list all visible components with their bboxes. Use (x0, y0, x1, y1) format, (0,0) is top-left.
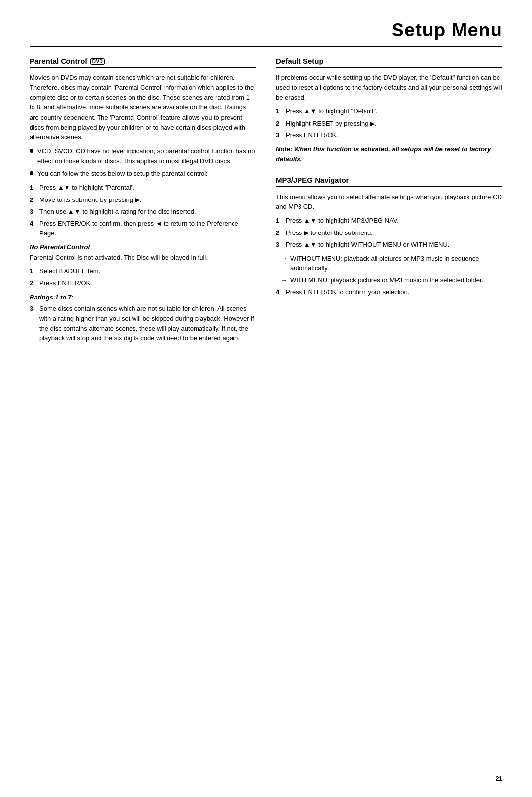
parental-control-section: Parental Control DVD Movies on DVDs may … (30, 57, 256, 343)
option-text: WITH MENU: playback pictures or MP3 musi… (290, 275, 483, 285)
mp3-jpeg-section: MP3/JPEG Navigator This menu allows you … (276, 176, 502, 297)
parental-control-bullets: VCD, SVCD, CD have no level indication, … (30, 146, 256, 179)
parental-control-steps: 1 Press ▲▼ to highlight "Parental". 2 Mo… (30, 183, 256, 238)
default-setup-heading: Default Setup (276, 57, 502, 68)
bullet-text: You can follow the steps below to setup … (37, 169, 208, 179)
bullet-dot (30, 171, 33, 175)
step-text: Press ENTER/OK. (39, 278, 92, 288)
ratings-section: Ratings 1 to 7: 3 Some discs contain sce… (30, 294, 256, 344)
left-column: Parental Control DVD Movies on DVDs may … (30, 57, 256, 347)
mp3-jpeg-final-step: 4 Press ENTER/OK to confirm your selecti… (276, 287, 502, 297)
arrow-icon: → (281, 275, 287, 285)
list-item: 1 Select 8 ADULT item. (30, 266, 256, 276)
header-divider (30, 46, 502, 47)
parental-control-title: Parental Control (30, 57, 87, 65)
option-text: WITHOUT MENU: playback all pictures or M… (290, 254, 502, 273)
list-item: 2 Press ENTER/OK. (30, 278, 256, 288)
list-item: 3 Some discs contain scenes which are no… (30, 304, 256, 344)
default-setup-note: Note: When this function is activated, a… (276, 144, 502, 164)
mp3-jpeg-intro: This menu allows you to select alternate… (276, 192, 502, 212)
list-item: 1 Press ▲▼ to highlight "Parental". (30, 183, 256, 193)
default-setup-section: Default Setup If problems occur while se… (276, 57, 502, 164)
default-setup-steps: 1 Press ▲▼ to highlight "Default". 2 Hig… (276, 106, 502, 140)
list-item: 3 Press ▲▼ to highlight WITHOUT MENU or … (276, 240, 502, 250)
page: Setup Menu Parental Control DVD Movies o… (0, 0, 532, 797)
list-item: VCD, SVCD, CD have no level indication, … (30, 146, 256, 166)
step-text: Select 8 ADULT item. (39, 266, 100, 276)
ratings-steps: 3 Some discs contain scenes which are no… (30, 304, 256, 344)
mp3-jpeg-steps: 1 Press ▲▼ to highlight MP3/JPEG NAV. 2 … (276, 216, 502, 249)
page-header: Setup Menu (30, 20, 502, 41)
step-text: Highlight RESET by pressing ▶. (286, 119, 377, 129)
page-title: Setup Menu (392, 20, 502, 41)
default-setup-title: Default Setup (276, 57, 324, 65)
default-setup-intro: If problems occur while setting up the D… (276, 73, 502, 102)
step-text: Press ▲▼ to highlight "Default". (286, 106, 378, 116)
arrow-icon: → (281, 254, 287, 264)
bullet-dot (30, 149, 33, 153)
step-text: Press ENTER/OK to confirm your selection… (286, 287, 409, 297)
list-item: 3 Press ENTER/OK. (276, 131, 502, 140)
step-text: Press ▲▼ to highlight WITHOUT MENU or WI… (286, 240, 449, 250)
step-text: Press ▲▼ to highlight "Parental". (39, 183, 135, 193)
mp3-jpeg-heading: MP3/JPEG Navigator (276, 176, 502, 187)
ratings-heading: Ratings 1 to 7: (30, 294, 256, 301)
step-text: Press ▲▼ to highlight MP3/JPEG NAV. (286, 216, 399, 226)
parental-control-heading: Parental Control DVD (30, 57, 256, 68)
step-text: Press ENTER/OK to confirm, then press ◄ … (39, 219, 256, 238)
page-number: 21 (496, 775, 502, 782)
right-column: Default Setup If problems occur while se… (276, 57, 502, 347)
list-item: 4 Press ENTER/OK to confirm, then press … (30, 219, 256, 238)
option-with-menu: → WITH MENU: playback pictures or MP3 mu… (276, 275, 502, 285)
step-text: Move to its submenu by pressing ▶. (39, 195, 141, 205)
step-text: Some discs contain scenes which are not … (39, 304, 256, 344)
list-item: 2 Move to its submenu by pressing ▶. (30, 195, 256, 205)
step-text: Press ▶ to enter the submenu. (286, 228, 373, 238)
list-item: 3 Then use ▲▼ to highlight a rating for … (30, 207, 256, 217)
list-item: 2 Press ▶ to enter the submenu. (276, 228, 502, 238)
parental-control-intro: Movies on DVDs may contain scenes which … (30, 73, 256, 142)
two-column-layout: Parental Control DVD Movies on DVDs may … (30, 57, 502, 347)
dvd-badge: DVD (90, 58, 105, 65)
no-parental-control-heading: No Parental Control (30, 243, 256, 251)
list-item: 2 Highlight RESET by pressing ▶. (276, 119, 502, 129)
list-item: You can follow the steps below to setup … (30, 169, 256, 179)
no-parental-control-text: Parental Control is not activated. The D… (30, 253, 256, 263)
step-text: Then use ▲▼ to highlight a rating for th… (39, 207, 196, 217)
option-without-menu: → WITHOUT MENU: playback all pictures or… (276, 254, 502, 273)
list-item: 1 Press ▲▼ to highlight MP3/JPEG NAV. (276, 216, 502, 226)
step-text: Press ENTER/OK. (286, 131, 338, 140)
bullet-text: VCD, SVCD, CD have no level indication, … (37, 146, 256, 166)
list-item: 4 Press ENTER/OK to confirm your selecti… (276, 287, 502, 297)
no-parental-control-section: No Parental Control Parental Control is … (30, 243, 256, 288)
mp3-jpeg-title: MP3/JPEG Navigator (276, 176, 349, 184)
list-item: 1 Press ▲▼ to highlight "Default". (276, 106, 502, 116)
no-parental-control-steps: 1 Select 8 ADULT item. 2 Press ENTER/OK. (30, 266, 256, 288)
